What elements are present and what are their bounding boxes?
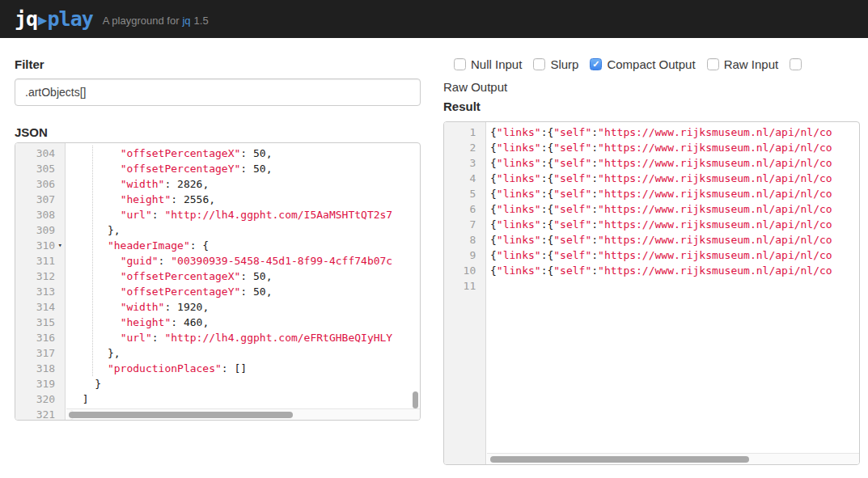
fold-toggle-icon[interactable]: ▾ — [55, 238, 65, 253]
line-number: 11 — [444, 278, 485, 294]
result-editor-gutter: 1234567891011 — [444, 122, 486, 464]
code-line[interactable]: {"links":{"self":"https://www.rijksmuseu… — [490, 171, 859, 186]
line-number: 10 — [444, 263, 485, 278]
code-line[interactable]: "headerImage": { — [70, 238, 420, 253]
code-line[interactable] — [490, 278, 859, 294]
code-line[interactable]: "offsetPercentageX": 50, — [70, 269, 420, 284]
line-number: 308 — [15, 207, 65, 222]
horizontal-scrollbar-thumb[interactable] — [69, 412, 293, 418]
line-number: 309 — [15, 222, 65, 238]
result-output-editor[interactable]: 1234567891011 {"links":{"self":"https://… — [443, 121, 860, 465]
line-number: 310▾ — [15, 238, 65, 253]
option-slurp: Slurp — [533, 57, 578, 71]
jq-version-link[interactable]: jq — [182, 15, 190, 27]
checkbox-compact-output[interactable]: ✓ — [590, 58, 602, 70]
code-line[interactable]: ] — [70, 391, 420, 407]
line-number: 313 — [15, 284, 65, 299]
code-line[interactable]: {"links":{"self":"https://www.rijksmuseu… — [490, 201, 859, 217]
horizontal-scrollbar-thumb[interactable] — [490, 456, 749, 463]
line-number: 304 — [15, 146, 65, 161]
code-line[interactable]: "guid": "00390939-5458-45d1-8f99-4cff74b… — [70, 253, 420, 269]
filter-heading: Filter — [15, 57, 44, 71]
line-number: 311 — [15, 253, 65, 269]
app-header: jq ▶ play A playground for jq 1.5 — [0, 0, 868, 38]
code-line[interactable]: {"links":{"self":"https://www.rijksmuseu… — [490, 263, 859, 278]
code-line[interactable]: "width": 2826, — [70, 176, 420, 192]
checkbox-label-null-input[interactable]: Null Input — [471, 57, 522, 71]
line-number: 6 — [444, 201, 485, 217]
result-heading: Result — [443, 99, 481, 113]
line-number: 1 — [444, 125, 485, 140]
code-line[interactable]: }, — [70, 345, 420, 361]
checkbox-label-compact-output[interactable]: Compact Output — [607, 57, 695, 71]
line-number: 305 — [15, 161, 65, 176]
code-line[interactable]: "height": 460, — [70, 315, 420, 330]
line-number: 2 — [444, 140, 485, 155]
code-line[interactable]: {"links":{"self":"https://www.rijksmuseu… — [490, 186, 859, 201]
line-number: 8 — [444, 232, 485, 247]
line-number: 3 — [444, 155, 485, 171]
code-line[interactable]: "url": "http://lh4.ggpht.com/eFRtGHBeQIy… — [70, 330, 420, 345]
page: jq ▶ play A playground for jq 1.5 Filter… — [0, 0, 868, 478]
code-line[interactable]: "offsetPercentageX": 50, — [70, 146, 420, 161]
json-editor-gutter: 304305306307308309310▾311312313314315316… — [15, 143, 66, 420]
code-line[interactable]: {"links":{"self":"https://www.rijksmuseu… — [490, 125, 859, 140]
code-line[interactable]: "width": 1920, — [70, 299, 420, 315]
code-line[interactable]: } — [70, 376, 420, 391]
code-line[interactable]: "offsetPercentageY": 50, — [70, 161, 420, 176]
option-raw-output — [790, 58, 802, 70]
checkbox-null-input[interactable] — [454, 58, 466, 70]
line-number: 9 — [444, 247, 485, 263]
option-compact-output: ✓Compact Output — [590, 57, 695, 71]
code-line[interactable]: {"links":{"self":"https://www.rijksmuseu… — [490, 217, 859, 232]
checkbox-label-raw-input[interactable]: Raw Input — [724, 57, 779, 71]
line-number: 307 — [15, 192, 65, 207]
code-line[interactable]: "url": "http://lh4.ggpht.com/I5AaMSHTtQT… — [70, 207, 420, 222]
line-number: 320 — [15, 391, 65, 407]
option-null-input: Null Input — [454, 57, 522, 71]
line-number: 318 — [15, 361, 65, 376]
code-line[interactable]: {"links":{"self":"https://www.rijksmuseu… — [490, 247, 859, 263]
checkbox-slurp[interactable] — [533, 58, 545, 70]
logo-play-text: play — [48, 7, 93, 31]
line-number: 7 — [444, 217, 485, 232]
line-number: 306 — [15, 176, 65, 192]
horizontal-scrollbar[interactable] — [66, 408, 420, 420]
vertical-scrollbar-thumb[interactable] — [413, 391, 418, 408]
tagline-version: 1.5 — [194, 15, 209, 27]
line-number: 321 — [15, 407, 65, 421]
line-number: 4 — [444, 171, 485, 186]
code-line[interactable]: }, — [70, 222, 420, 238]
options-row: Null InputSlurp✓Compact OutputRaw Input — [443, 57, 860, 71]
code-line[interactable]: "offsetPercentageY": 50, — [70, 284, 420, 299]
app-logo[interactable]: jq ▶ play — [15, 7, 93, 31]
filter-input[interactable] — [15, 78, 421, 106]
line-number: 317 — [15, 345, 65, 361]
code-line[interactable]: {"links":{"self":"https://www.rijksmuseu… — [490, 232, 859, 247]
json-input-editor[interactable]: 304305306307308309310▾311312313314315316… — [15, 142, 421, 421]
tagline: A playground for jq 1.5 — [103, 15, 209, 27]
option-raw-input: Raw Input — [707, 57, 779, 71]
json-heading: JSON — [15, 125, 48, 139]
json-editor-code[interactable]: "offsetPercentageX": 50, "offsetPercenta… — [66, 143, 420, 420]
line-number: 319 — [15, 376, 65, 391]
code-line[interactable]: {"links":{"self":"https://www.rijksmuseu… — [490, 155, 859, 171]
checkbox-raw-input[interactable] — [707, 58, 719, 70]
line-number: 315 — [15, 315, 65, 330]
play-icon: ▶ — [38, 11, 46, 28]
result-editor-code[interactable]: {"links":{"self":"https://www.rijksmuseu… — [487, 122, 859, 464]
line-number: 5 — [444, 186, 485, 201]
logo-jq-text: jq — [15, 7, 37, 31]
line-number: 312 — [15, 269, 65, 284]
code-line[interactable]: "productionPlaces": [] — [70, 361, 420, 376]
line-number: 316 — [15, 330, 65, 345]
checkbox-label-slurp[interactable]: Slurp — [550, 57, 578, 71]
horizontal-scrollbar[interactable] — [487, 453, 859, 464]
checkbox-raw-output[interactable] — [790, 58, 802, 70]
code-line[interactable]: "height": 2556, — [70, 192, 420, 207]
checkbox-label-raw-output[interactable]: Raw Output — [443, 80, 507, 94]
line-number: 314 — [15, 299, 65, 315]
tagline-prefix: A playground for — [103, 15, 180, 27]
code-line[interactable]: {"links":{"self":"https://www.rijksmuseu… — [490, 140, 859, 155]
